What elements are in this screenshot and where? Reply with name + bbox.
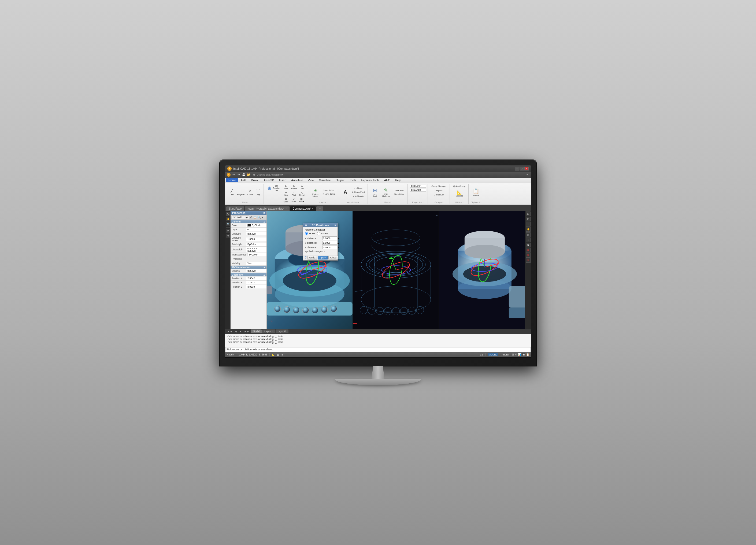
measure-button[interactable]: 📐 Measure (454, 188, 465, 198)
props-layer-value[interactable]: 0 (246, 228, 266, 231)
tool-select[interactable]: ↖ (226, 212, 230, 216)
ungroup-button[interactable]: Ungroup (433, 188, 444, 192)
viewport-wire[interactable]: TOP (353, 211, 439, 329)
tab-start-page[interactable]: Start Page (226, 206, 244, 211)
status-model[interactable]: MODEL (488, 353, 498, 356)
multileader-button[interactable]: ↙ Multileader (351, 194, 366, 198)
rt-snap-btn[interactable]: ✕ (526, 253, 531, 258)
props-hyperlink-value[interactable] (246, 259, 266, 259)
status-ortho[interactable]: ⊞ (281, 353, 284, 356)
menu-tools[interactable]: Tools (347, 178, 358, 182)
create-block-button[interactable]: Create Block (392, 189, 406, 192)
props-color-value[interactable]: ByBlock (246, 224, 266, 227)
move-button[interactable]: ✥Move (282, 184, 290, 190)
props-posy-value[interactable]: 1.1127 (246, 281, 266, 284)
rt-flat-btn[interactable]: ▣ (526, 243, 531, 247)
qa-print[interactable]: 🖨 (252, 173, 256, 177)
tab-rotary-close[interactable]: × (286, 207, 287, 210)
rt-view-btn[interactable]: ⊞ (526, 212, 531, 216)
qa-open[interactable]: 📂 (247, 173, 251, 177)
menu-insert[interactable]: Insert (277, 178, 289, 182)
dialog-help-icon[interactable]: ? (305, 256, 307, 259)
tool-orbit[interactable]: ⟳ (226, 229, 230, 233)
edit-attributes-button[interactable]: ✎ EditAttributes (380, 186, 392, 198)
dialog-close-icon[interactable]: × (334, 224, 336, 227)
command-input[interactable] (274, 348, 529, 351)
props-type-dropdown[interactable]: 3D Solid (232, 216, 249, 219)
status-grid[interactable]: ▦ (277, 353, 279, 356)
props-visibility-value[interactable]: Yes (246, 262, 266, 265)
tool-zoom[interactable]: 🔍 (226, 222, 230, 226)
tool-walk[interactable]: 👁 (226, 234, 230, 238)
props-linetype-value[interactable]: ByLayer (246, 232, 266, 235)
props-material-value[interactable]: ByLayer (246, 269, 266, 272)
x-stepper-up[interactable]: ▲ (337, 237, 339, 240)
layout-tab-model[interactable]: Model (251, 329, 262, 333)
props-posx-value[interactable]: 2.3342 (246, 277, 266, 280)
layer-match-button[interactable]: Layer Match (321, 188, 337, 192)
bylayer-dropdown[interactable]: BYLAYER (410, 188, 426, 192)
group-manager-button[interactable]: Group Manager (430, 184, 448, 188)
props-close[interactable]: × (263, 212, 265, 214)
undo-button[interactable]: Undo (307, 256, 317, 259)
rt-wire-btn[interactable]: ○ (526, 238, 531, 242)
arc-button[interactable]: ⌒ Arc (254, 188, 262, 197)
rotate-button[interactable]: ↻Rotate (290, 184, 298, 190)
rt-shade-btn[interactable]: ◉ (526, 232, 531, 237)
scale-button[interactable]: ⤢Scale (290, 197, 298, 203)
annotation-large-button[interactable]: A (340, 188, 350, 197)
props-printstyle-value[interactable]: ByColor (246, 243, 266, 246)
block-editor-button[interactable]: Block Editor (392, 192, 406, 196)
nav-first[interactable]: ◄◄ (226, 330, 233, 333)
nav-prev[interactable]: ◄ (234, 330, 238, 333)
apply-button[interactable]: Apply (318, 256, 328, 259)
rectarray-button[interactable]: ▦Rect▾ (298, 197, 305, 203)
line-button[interactable]: ╱ Line (228, 188, 235, 197)
props-geometry-title[interactable]: Geometry ▲ (231, 273, 266, 276)
y-input[interactable] (322, 241, 337, 245)
explore-layers-button[interactable]: ⊞ ExploreLayers (310, 186, 321, 198)
props-ltscale-value[interactable]: 1.0000 (246, 238, 266, 241)
stretch-button[interactable]: ⤡Stretch (298, 191, 306, 197)
props-general-title[interactable]: General ▲ (231, 220, 266, 223)
maximize-button[interactable]: □ (520, 167, 524, 170)
menu-help[interactable]: Help (393, 178, 403, 182)
rt-orbit-btn[interactable]: ⟳ (526, 217, 531, 221)
qa-redo[interactable]: ↪ (236, 173, 241, 177)
z-input[interactable] (322, 246, 337, 249)
tool-pan[interactable]: ✋ (226, 217, 230, 221)
paste-button[interactable]: 📋 Paste (471, 187, 481, 198)
3dpositioner-button[interactable]: ⊕ 3D Positio-ner (266, 184, 282, 193)
minimize-button[interactable]: — (515, 167, 519, 170)
rotate-radio[interactable] (317, 232, 320, 235)
menu-aec[interactable]: AEC (382, 178, 392, 182)
props-lineweight-value[interactable]: ByLayer (246, 247, 266, 253)
tab-compass[interactable]: Compass.dwg* × (290, 206, 316, 211)
props-viz3d-title[interactable]: 3D Visualization ▲ (231, 266, 266, 269)
viewport-render[interactable] (439, 211, 525, 329)
fillet-button[interactable]: ⌐Fillet (290, 191, 298, 197)
menu-edit[interactable]: Edit (239, 178, 248, 182)
x-input[interactable] (322, 236, 337, 240)
insert-block-button[interactable]: ⊞ InsertBlock (370, 186, 380, 198)
tab-add[interactable]: + (316, 206, 323, 211)
center-point-button[interactable]: ⊕ Center Point (351, 190, 366, 194)
layout-tab-2[interactable]: Layout2 (276, 329, 288, 333)
menu-visualize[interactable]: Visualize (317, 178, 333, 182)
menu-expresstools[interactable]: Express Tools (359, 178, 381, 182)
qa-help[interactable]: ? (525, 173, 529, 177)
layer-delete-button[interactable]: ✕ Layer Delete (321, 192, 337, 196)
move-radio[interactable] (305, 232, 308, 235)
nav-next[interactable]: ► (239, 330, 243, 333)
status-snap[interactable]: 📐 (272, 353, 275, 356)
layout-tab-1[interactable]: Layout1 (262, 329, 275, 333)
menu-annotate[interactable]: Annotate (289, 178, 305, 182)
tab-rotary[interactable]: rotary_hydraulic_actuator.dwg* × (245, 206, 290, 211)
rt-zoom-btn[interactable]: + (526, 222, 531, 227)
close-button[interactable]: × (524, 167, 529, 170)
tab-compass-close[interactable]: × (312, 207, 313, 210)
rt-xray-btn[interactable]: ✕ (526, 248, 531, 253)
menu-output[interactable]: Output (333, 178, 347, 182)
circle-button[interactable]: ○ Circle (246, 188, 254, 197)
trim-button[interactable]: ✂Trim (298, 184, 306, 190)
